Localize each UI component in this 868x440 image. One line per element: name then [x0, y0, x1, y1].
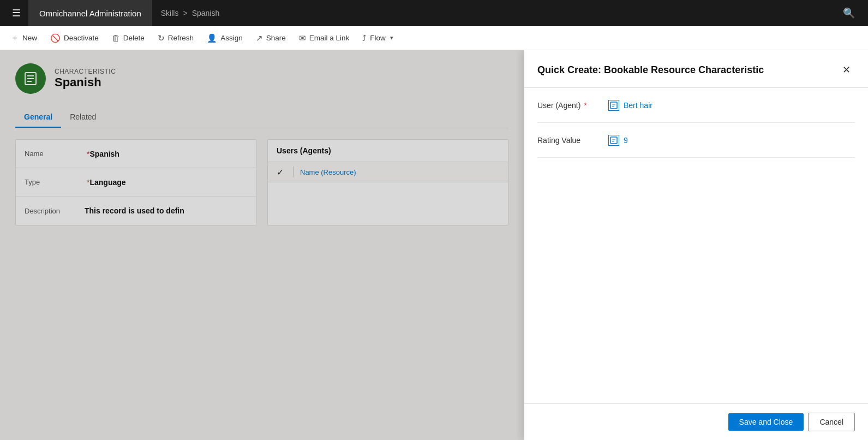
description-label: Description — [25, 207, 85, 215]
search-icon[interactable]: 🔍 — [836, 7, 861, 19]
tabs: General Related — [15, 107, 508, 128]
rating-value-label: Rating Value — [537, 136, 608, 145]
form-row-description: Description This record is used to defin — [16, 197, 256, 225]
email-button[interactable]: ✉ Email a Link — [292, 26, 356, 50]
flow-chevron-icon: ▾ — [390, 34, 393, 41]
type-value: Language — [89, 178, 247, 187]
record-meta: CHARACTERISTIC Spanish — [55, 68, 116, 90]
new-button[interactable]: ＋ New — [4, 26, 44, 50]
delete-icon: 🗑 — [112, 33, 120, 43]
svg-rect-5 — [610, 137, 617, 144]
breadcrumb: Skills > Spanish — [152, 9, 228, 17]
qc-footer: Save and Close Cancel — [524, 403, 868, 440]
main-area: CHARACTERISTIC Spanish General Related N… — [0, 50, 868, 440]
qc-field-user: User (Agent) * Bert hair — [537, 88, 855, 123]
assign-icon: 👤 — [207, 33, 217, 43]
users-table-header: ✓ Name (Resource) — [268, 162, 508, 182]
email-icon: ✉ — [299, 33, 306, 43]
new-icon: ＋ — [11, 33, 19, 43]
name-value: Spanish — [89, 150, 247, 158]
qc-body: User (Agent) * Bert hair Rating Value 9 — [524, 88, 868, 403]
deactivate-button[interactable]: 🚫 Deactivate — [44, 26, 105, 50]
app-title: Omnichannel Administration — [28, 0, 152, 26]
record-icon — [15, 63, 46, 94]
check-header: ✓ — [277, 167, 293, 177]
delete-button[interactable]: 🗑 Delete — [105, 26, 151, 50]
users-col-name[interactable]: Name (Resource) — [300, 168, 356, 176]
user-agent-value[interactable]: Bert hair — [608, 100, 855, 111]
name-label: Name — [25, 150, 85, 158]
refresh-icon: ↻ — [158, 33, 165, 43]
flow-button[interactable]: ⤴ Flow ▾ — [356, 26, 400, 50]
rating-icon — [608, 135, 619, 146]
bg-page: CHARACTERISTIC Spanish General Related N… — [0, 50, 524, 440]
description-value: This record is used to defin — [85, 206, 247, 215]
user-agent-label: User (Agent) * — [537, 101, 608, 110]
top-bar: ☰ Omnichannel Administration Skills > Sp… — [0, 0, 868, 26]
breadcrumb-separator: > — [183, 9, 187, 17]
deactivate-icon: 🚫 — [50, 33, 61, 43]
form-card: Name * Spanish Type * Language Descripti… — [15, 139, 256, 225]
qc-close-button[interactable]: ✕ — [837, 61, 855, 79]
tab-general[interactable]: General — [15, 107, 61, 128]
record-type: CHARACTERISTIC — [55, 68, 116, 75]
command-bar: ＋ New 🚫 Deactivate 🗑 Delete ↻ Refresh 👤 … — [0, 26, 868, 50]
share-button[interactable]: ↗ Share — [249, 26, 292, 50]
qc-title: Quick Create: Bookable Resource Characte… — [537, 64, 764, 76]
form-row-type: Type * Language — [16, 168, 256, 197]
users-card-title: Users (Agents) — [268, 140, 508, 162]
share-icon: ↗ — [256, 33, 263, 43]
user-agent-text: Bert hair — [624, 101, 653, 110]
type-label: Type — [25, 178, 85, 186]
cancel-button[interactable]: Cancel — [808, 413, 855, 431]
assign-button[interactable]: 👤 Assign — [200, 26, 249, 50]
user-agent-icon — [608, 100, 619, 111]
rating-value-field[interactable]: 9 — [608, 135, 855, 146]
rating-number: 9 — [624, 136, 628, 145]
tab-related[interactable]: Related — [61, 107, 105, 128]
record-name: Spanish — [55, 75, 116, 90]
breadcrumb-current: Spanish — [192, 9, 220, 17]
breadcrumb-parent[interactable]: Skills — [161, 9, 179, 17]
users-card: Users (Agents) ✓ Name (Resource) — [267, 139, 508, 225]
flow-icon: ⤴ — [362, 33, 367, 43]
form-section: Name * Spanish Type * Language Descripti… — [15, 139, 508, 225]
hamburger-icon[interactable]: ☰ — [7, 3, 26, 23]
quick-create-panel: Quick Create: Bookable Resource Characte… — [524, 50, 868, 440]
qc-field-rating: Rating Value 9 — [537, 123, 855, 158]
refresh-button[interactable]: ↻ Refresh — [151, 26, 200, 50]
svg-rect-4 — [610, 102, 617, 109]
qc-header: Quick Create: Bookable Resource Characte… — [524, 50, 868, 88]
save-and-close-button[interactable]: Save and Close — [728, 413, 804, 431]
form-row-name: Name * Spanish — [16, 140, 256, 168]
record-header: CHARACTERISTIC Spanish — [15, 63, 508, 94]
